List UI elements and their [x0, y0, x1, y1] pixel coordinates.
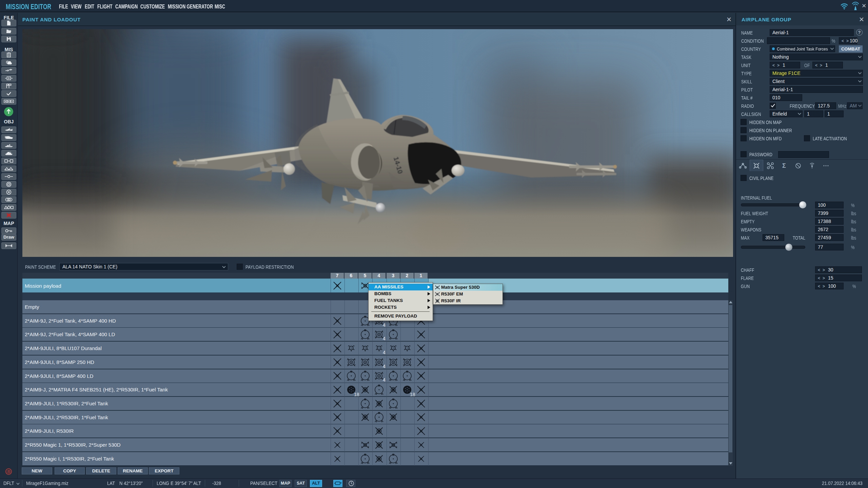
svg-text:Σ: Σ	[782, 162, 786, 169]
